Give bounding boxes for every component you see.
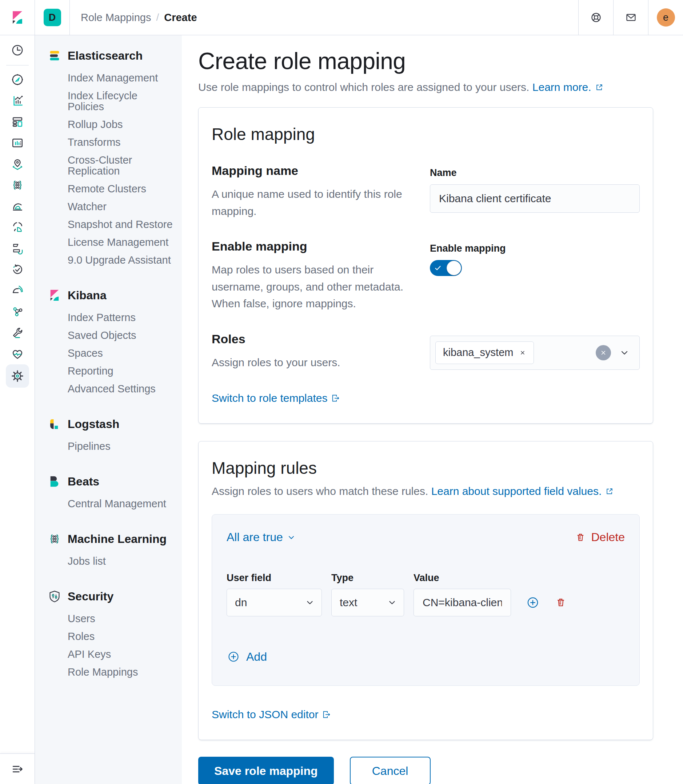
switch-role-templates-label: Switch to role templates [212, 392, 327, 404]
breadcrumb: Role Mappings/Create [70, 12, 578, 24]
enable-mapping-label: Enable mapping [430, 243, 640, 254]
roles-clear-button[interactable] [596, 345, 611, 360]
nav-maps-button[interactable] [6, 154, 29, 175]
sidebar-section-title: Security [67, 590, 114, 603]
space-badge[interactable]: D [44, 9, 61, 26]
top-header: D Role Mappings/Create e [0, 0, 683, 35]
sidebar-item-watcher[interactable]: Watcher [47, 201, 176, 212]
roles-caret-button[interactable] [619, 347, 630, 358]
nav-uptime-button[interactable] [6, 259, 29, 280]
external-link-icon [595, 83, 604, 92]
trash-icon [575, 532, 586, 543]
nav-stack-management-button[interactable] [6, 364, 29, 388]
nav-machine-learning-button[interactable] [6, 175, 29, 196]
rule-value-input[interactable] [414, 589, 511, 616]
sidebar-item-saved-objects[interactable]: Saved Objects [47, 330, 176, 341]
machine-learning-icon [10, 178, 25, 192]
sidebar-item-roles[interactable]: Roles [47, 631, 176, 642]
nav-dev-tools-button[interactable] [6, 322, 29, 343]
role-chip-label: kibana_system [443, 346, 513, 359]
sidebar-section-header-kibana: Kibana [47, 288, 176, 303]
sidebar-section-title: Logstash [67, 417, 119, 431]
sidebar-section-header-elasticsearch: Elasticsearch [47, 48, 176, 63]
switch-role-templates-link[interactable]: Switch to role templates [212, 392, 341, 404]
sidebar-item-transforms[interactable]: Transforms [47, 137, 176, 148]
add-rule-button[interactable]: Add [226, 650, 267, 664]
space-selector[interactable]: D [35, 0, 70, 35]
sidebar-item-advanced-settings[interactable]: Advanced Settings [47, 383, 176, 394]
clock-icon [10, 43, 25, 58]
cancel-button[interactable]: Cancel [350, 757, 431, 784]
sidebar-item-snapshot-and-restore[interactable]: Snapshot and Restore [47, 219, 176, 230]
sidebar-item-role-mappings[interactable]: Role Mappings [47, 667, 176, 677]
sidebar-item-cross-cluster-replication[interactable]: Cross-Cluster Replication [47, 154, 176, 176]
roles-combobox[interactable]: kibana_system [430, 336, 640, 370]
sidebar-item-index-lifecycle-policies[interactable]: Index Lifecycle Policies [47, 90, 176, 112]
sidebar-item-api-keys[interactable]: API Keys [47, 649, 176, 660]
newsfeed-button[interactable] [613, 0, 648, 35]
sidebar-item-jobs-list[interactable]: Jobs list [47, 556, 176, 566]
sidebar-item-index-management[interactable]: Index Management [47, 72, 176, 83]
nav-infrastructure-button[interactable] [6, 238, 29, 259]
nav-graph-button[interactable] [6, 301, 29, 322]
delete-rule-group-button[interactable]: Delete [575, 531, 625, 544]
nav-canvas-button[interactable] [6, 132, 29, 154]
sidebar-item-central-management[interactable]: Central Management [47, 498, 176, 509]
sidebar-item-rollup-jobs[interactable]: Rollup Jobs [47, 119, 176, 130]
maps-icon [10, 157, 25, 171]
role-mapping-panel-title: Role mapping [212, 124, 640, 144]
help-menu-button[interactable] [578, 0, 613, 35]
sidebar-section-header-security: Security [47, 589, 176, 604]
sidebar-item-9-0-upgrade-assistant[interactable]: 9.0 Upgrade Assistant [47, 255, 176, 265]
learn-field-values-link[interactable]: Learn about supported field values. [431, 485, 615, 497]
sidebar-item-users[interactable]: Users [47, 613, 176, 624]
kibana-logo-box[interactable] [0, 0, 35, 35]
learn-more-link[interactable]: Learn more. [532, 81, 604, 93]
avatar[interactable]: e [657, 8, 675, 27]
sidebar-section-security: SecurityUsersRolesAPI KeysRole Mappings [47, 589, 176, 677]
nav-metrics-button[interactable] [6, 196, 29, 217]
nav-stack-monitoring-button[interactable] [6, 343, 29, 364]
sidebar-section-logstash: LogstashPipelines [47, 417, 176, 452]
sidebar-item-remote-clusters[interactable]: Remote Clusters [47, 183, 176, 194]
plus-in-circle-icon [526, 595, 540, 610]
plus-in-circle-icon [226, 650, 240, 664]
type-select[interactable]: text [331, 589, 404, 616]
delete-rule-button[interactable] [555, 596, 567, 609]
nav-clock-button[interactable] [6, 40, 29, 61]
sidebar-item-pipelines[interactable]: Pipelines [47, 441, 176, 452]
name-input[interactable] [430, 184, 640, 213]
sidebar-item-index-patterns[interactable]: Index Patterns [47, 312, 176, 323]
user-field-select[interactable]: dn [226, 589, 322, 616]
app-icon-rail [0, 35, 35, 784]
sidebar-section-title: Machine Learning [67, 532, 167, 546]
add-label: Add [246, 650, 267, 664]
mail-icon [624, 11, 638, 24]
nav-compass-button[interactable] [6, 69, 29, 90]
nav-dashboard-button[interactable] [6, 111, 29, 132]
chip-remove-icon[interactable] [519, 349, 526, 356]
nav-menu-collapse-button[interactable] [6, 758, 29, 780]
enable-mapping-heading: Enable mapping [212, 239, 412, 253]
sidebar-item-spaces[interactable]: Spaces [47, 348, 176, 359]
visualize-icon [10, 93, 25, 108]
toggle-check-icon [434, 264, 442, 272]
mapping-name-description: A unique name used to identify this role… [212, 186, 412, 220]
chevron-down-icon [619, 347, 630, 358]
nav-apm-button[interactable] [6, 280, 29, 301]
save-role-mapping-button[interactable]: Save role mapping [198, 757, 334, 784]
nav-visualize-button[interactable] [6, 90, 29, 111]
sidebar-item-license-management[interactable]: License Management [47, 237, 176, 248]
enable-mapping-toggle[interactable] [430, 260, 462, 276]
rule-condition-dropdown[interactable]: All are true [226, 531, 296, 544]
sidebar-item-reporting[interactable]: Reporting [47, 366, 176, 376]
logo-elasticsearch-icon [47, 48, 62, 63]
user-menu-button[interactable]: e [648, 0, 683, 35]
role-chip[interactable]: kibana_system [435, 341, 534, 364]
nav-logs-button[interactable] [6, 217, 29, 238]
switch-json-editor-link[interactable]: Switch to JSON editor [212, 709, 332, 721]
add-nested-rule-button[interactable] [526, 595, 540, 610]
breadcrumb-item[interactable]: Role Mappings [81, 12, 151, 24]
rail-divider [6, 65, 29, 66]
sidebar-section-header-machine-learning: Machine Learning [47, 532, 176, 546]
